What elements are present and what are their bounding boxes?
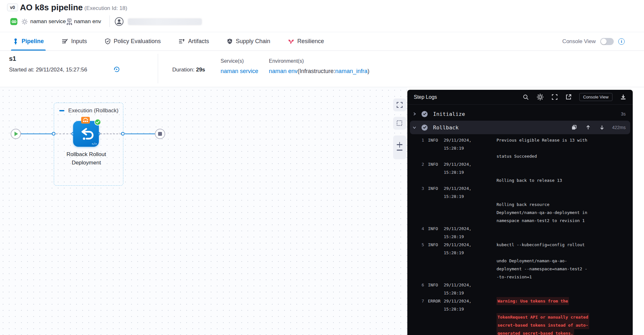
tab-policy-evaluations[interactable]: Policy Evaluations [105, 32, 161, 51]
canvas-zoom-controls[interactable] [393, 135, 406, 159]
stage-duration: Duration: 29s [172, 67, 205, 73]
scroll-to-bottom-icon[interactable] [600, 125, 604, 130]
step-logs-header: Step Logs Console View [407, 90, 633, 105]
tab-resilience[interactable]: Resilience [288, 32, 324, 51]
stop-icon [158, 132, 162, 136]
execution-group-label: Execution (Rollback) [59, 107, 118, 114]
infrastructure-prefix: (Infrastructure: [298, 68, 335, 74]
service-link[interactable]: naman service [221, 68, 258, 75]
edge-start-to-group [21, 134, 52, 134]
log-row: Rolling back to release 13 [407, 176, 633, 184]
group-label-text: Execution (Rollback) [68, 107, 118, 114]
log-row: 6INFO29/11/2024, 15:28:19 [407, 281, 633, 297]
log-level: INFO [428, 184, 443, 192]
copy-logs-icon[interactable] [572, 125, 577, 130]
console-view-button[interactable]: Console View [579, 93, 612, 101]
pipeline-end-node[interactable] [155, 129, 165, 139]
header-divider [109, 15, 110, 27]
open-in-new-icon[interactable] [565, 94, 572, 100]
infrastructure-link[interactable]: naman_infra [335, 68, 367, 74]
step-name: Rollback [433, 125, 459, 131]
log-time: 29/11/2024, 15:28:19 [444, 241, 493, 257]
tab-supply-chain[interactable]: Supply Chain [227, 32, 270, 51]
zoom-out-button[interactable] [397, 150, 402, 151]
tab-artifacts[interactable]: Artifacts [179, 32, 209, 51]
gitops-icon [10, 18, 17, 25]
log-time: 29/11/2024, 15:28:19 [444, 184, 493, 200]
log-row: status Succeeded [407, 152, 633, 160]
node-label[interactable]: Rollback Rollout Deployment [59, 150, 114, 167]
version-badge[interactable]: v0 [7, 4, 18, 11]
log-level: INFO [428, 136, 443, 144]
log-msg: status Succeeded [497, 152, 537, 160]
resilience-icon [288, 39, 294, 44]
log-settings-gear-icon[interactable] [536, 93, 544, 101]
rollback-arrow-icon [78, 126, 94, 142]
step-duration: 3s [621, 111, 626, 116]
step-row-rollback[interactable]: Rollback 422ms [410, 121, 630, 134]
log-msg: Rolling back to release 13 [497, 176, 562, 184]
step-row-initialize[interactable]: Initialize 3s [407, 107, 633, 121]
step-logs-panel: Step Logs Console View Initialize 3s [407, 90, 633, 335]
info-icon[interactable]: i [618, 38, 625, 45]
execution-history-icon[interactable] [113, 66, 120, 73]
log-num: 4 [417, 225, 424, 233]
chevron-right-icon[interactable] [412, 112, 416, 116]
meta-environment-name[interactable]: naman env [74, 18, 101, 25]
log-row: secret-based tokens instead of auto- [407, 321, 633, 329]
environment-link[interactable]: naman env(Infrastructure:naman_infra) [269, 68, 369, 75]
log-row: 7ERROR29/11/2024, 15:28:19Warning: Use t… [407, 297, 633, 313]
user-avatar-icon[interactable] [115, 17, 124, 26]
scroll-to-top-icon[interactable] [586, 125, 591, 130]
log-num: 2 [417, 160, 424, 168]
tab-inputs[interactable]: Inputs [62, 32, 87, 51]
log-num: 5 [417, 241, 424, 249]
zoom-in-button[interactable] [397, 144, 402, 145]
stage-name[interactable]: s1 [9, 55, 16, 62]
log-msg: generated secret-based tokens. [497, 329, 574, 335]
log-level: INFO [428, 160, 443, 168]
log-lines[interactable]: 1INFO29/11/2024, 15:28:19Previous eligib… [407, 134, 633, 335]
log-num: 6 [417, 281, 424, 289]
meta-service-name[interactable]: naman service [30, 18, 66, 25]
chevron-down-icon[interactable] [412, 126, 416, 129]
console-view-toggle[interactable] [600, 38, 614, 45]
log-msg: TokenRequest API or manually created [497, 313, 589, 321]
app-root: v0 AO k8s pipeline (Execution Id: 18) na… [0, 0, 644, 335]
stage-divider [158, 54, 158, 83]
pipeline-canvas[interactable]: Execution (Rollback) [0, 87, 407, 335]
duration-value: 29s [196, 67, 205, 73]
log-time: 29/11/2024, 15:28:19 [444, 281, 493, 297]
canvas-fit-view-button[interactable] [393, 98, 406, 111]
log-header-icons: Console View [523, 93, 626, 101]
inputs-icon [62, 39, 68, 44]
pipeline-icon [13, 38, 18, 44]
canvas-marquee-select-button[interactable] [393, 117, 406, 130]
log-msg: Rolling back resource [497, 200, 549, 209]
search-icon[interactable] [523, 94, 529, 100]
log-row: 2INFO29/11/2024, 15:28:19 [407, 160, 633, 176]
log-level: INFO [428, 281, 443, 289]
success-check-badge [94, 119, 101, 126]
tab-label: Resilience [297, 38, 324, 45]
log-msg: deployment --namespace=naman-test2 - [497, 265, 587, 273]
expand-fullscreen-icon[interactable] [552, 94, 558, 100]
pipeline-start-node[interactable] [11, 129, 21, 139]
download-logs-icon[interactable] [620, 94, 626, 100]
log-time: 29/11/2024, 15:28:19 [444, 160, 493, 176]
rollback-step-node[interactable]: </> [73, 121, 99, 147]
log-row: 5INFO29/11/2024, 15:28:19kubectl --kubec… [407, 241, 633, 257]
artifacts-icon [179, 39, 185, 44]
tab-bar: Pipeline Inputs Policy Evaluations Artif… [0, 32, 644, 51]
log-row: undo Deployment/naman-qa-ao- [407, 257, 633, 265]
redacted-user-identity [128, 19, 202, 25]
log-row: 3INFO29/11/2024, 15:28:19 [407, 184, 633, 200]
log-row: TokenRequest API or manually created [407, 313, 633, 321]
edge-group-to-node [56, 134, 72, 134]
console-view-label: Console View [562, 38, 596, 45]
log-row: Deployment/naman-qa-ao-deployment in [407, 209, 633, 217]
tab-pipeline[interactable]: Pipeline [13, 32, 44, 51]
log-row: -to-revision=1 [407, 273, 633, 281]
infrastructure-suffix: ) [367, 68, 369, 74]
collapse-group-icon[interactable] [59, 110, 64, 111]
